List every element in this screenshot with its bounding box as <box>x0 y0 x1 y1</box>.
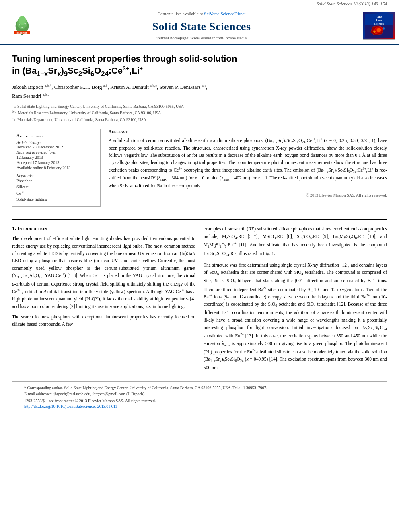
available-online: Available online 8 February 2013 <box>16 166 96 170</box>
svg-point-5 <box>24 23 26 25</box>
elsevier-logo-section: ELSEVIER <box>0 7 44 44</box>
keyword-phosphor: Phosphor <box>16 178 96 184</box>
body-col-right: examples of rare-earth (RE) substituted … <box>204 225 387 374</box>
contents-available: Contents lists available at SciVerse Sci… <box>158 11 245 16</box>
journal-citation: Solid State Sciences 18 (2013) 149–154 <box>0 0 399 7</box>
article-info-heading: Article info <box>16 134 96 138</box>
svg-point-6 <box>21 27 23 28</box>
journal-header: ELSEVIER Contents lists available at Sci… <box>0 7 399 45</box>
article-info-col: Article info Article history: Received 2… <box>12 129 101 211</box>
history-label: Article history: <box>16 140 96 145</box>
article-content: Tuning luminescent properties through so… <box>0 45 399 421</box>
info-abstract-section: Article info Article history: Received 2… <box>12 129 387 211</box>
keyword-silicate: Silicate <box>16 184 96 190</box>
issn-text: 1293-2558/$ – see front matter © 2013 El… <box>24 398 156 403</box>
footnote-corresponding: * Corresponding author. Solid State Ligh… <box>24 385 375 391</box>
svg-point-4 <box>18 24 20 26</box>
doi-link[interactable]: http://dx.doi.org/10.1016/j.solidstatesc… <box>24 404 117 409</box>
received-date: Received 28 December 2012 <box>16 145 96 149</box>
svg-text:ELSEVIER: ELSEVIER <box>16 32 27 34</box>
solid-state-logo: Solid State Sciences <box>363 12 395 40</box>
keyword-ce: Ce3+ <box>16 190 96 196</box>
ss-logo-icon: Solid State Sciences <box>364 14 394 38</box>
svg-point-18 <box>383 27 385 30</box>
abstract-heading: Abstract <box>109 129 387 134</box>
body-col-left: 1. Introduction The development of effic… <box>12 225 195 374</box>
article-footer: * Corresponding author. Solid State Ligh… <box>12 381 387 413</box>
svg-text:Sciences: Sciences <box>374 23 384 25</box>
elsevier-logo: ELSEVIER <box>10 16 34 36</box>
journal-title: Solid State Sciences <box>152 20 251 33</box>
elsevier-tree-icon: ELSEVIER <box>10 16 34 36</box>
abstract-col: Abstract A solid-solution of cerium-subs… <box>109 129 387 211</box>
doi-line: http://dx.doi.org/10.1016/j.solidstatesc… <box>24 403 375 409</box>
corresponding-author-note: * Corresponding author. Solid State Ligh… <box>24 386 267 390</box>
svg-point-17 <box>373 31 376 33</box>
section1-title: 1. Introduction <box>12 225 195 232</box>
email-note: E-mail addresses: jbrgoch@mrl.ucsb.edu, … <box>24 392 145 396</box>
section-divider <box>12 219 387 220</box>
received-revised-label: Received in revised form <box>16 150 96 154</box>
body-para-1: The development of efficient white light… <box>12 235 195 310</box>
date-revised: 12 January 2013 <box>16 155 96 160</box>
body-para-3: examples of rare-earth (RE) substituted … <box>204 225 387 258</box>
body-para-4: The structure was first determined using… <box>204 261 387 372</box>
body-content: 1. Introduction The development of effic… <box>12 225 387 374</box>
body-para-2: The search for new phosphors with except… <box>12 313 195 328</box>
svg-point-16 <box>376 28 381 32</box>
svg-text:Solid: Solid <box>376 16 382 18</box>
sciverse-text[interactable]: SciVerse ScienceDirect <box>204 11 245 16</box>
keyword-ssl: Solid-state lighting <box>16 196 96 202</box>
keywords-section: Keywords: Phosphor Silicate Ce3+ Solid-s… <box>16 173 96 202</box>
keywords-label: Keywords: <box>16 173 96 178</box>
journal-logo-right: Solid State Sciences <box>359 7 399 44</box>
title-line1: Tuning luminescent properties through so… <box>12 53 237 64</box>
footnote-email: E-mail addresses: jbrgoch@mrl.ucsb.edu, … <box>24 391 375 397</box>
affil-a: a a Solid State Lighting and Energy Cent… <box>12 103 387 109</box>
sciverse-link[interactable]: SciVerse ScienceDirect <box>204 11 245 16</box>
article-title: Tuning luminescent properties through so… <box>12 53 387 78</box>
article-info-box: Article info Article history: Received 2… <box>12 129 101 207</box>
abstract-text: A solid-solution of cerium-substituted a… <box>109 137 387 190</box>
affiliations: a a Solid State Lighting and Energy Cent… <box>12 103 387 123</box>
contents-label: Contents lists available at <box>158 11 203 16</box>
journal-info-center: Contents lists available at SciVerse Sci… <box>44 7 359 44</box>
citation-text: Solid State Sciences 18 (2013) 149–154 <box>317 1 387 6</box>
svg-text:State: State <box>376 19 382 22</box>
homepage-url: journal homepage: www.elsevier.com/locat… <box>156 35 247 40</box>
accepted-date: Accepted 17 January 2013 <box>16 160 96 165</box>
authors-list: Jakoah Brgoch a,b,*, Christopher K.H. Bo… <box>12 83 387 101</box>
affil-c: c c Materials Department, University of … <box>12 116 387 123</box>
affil-b: b b Materials Research Laboratory, Unive… <box>12 109 387 116</box>
journal-homepage: journal homepage: www.elsevier.com/locat… <box>156 35 247 40</box>
copyright: © 2013 Elsevier Masson SAS. All rights r… <box>109 193 387 197</box>
issn-line: 1293-2558/$ – see front matter © 2013 El… <box>24 398 375 403</box>
